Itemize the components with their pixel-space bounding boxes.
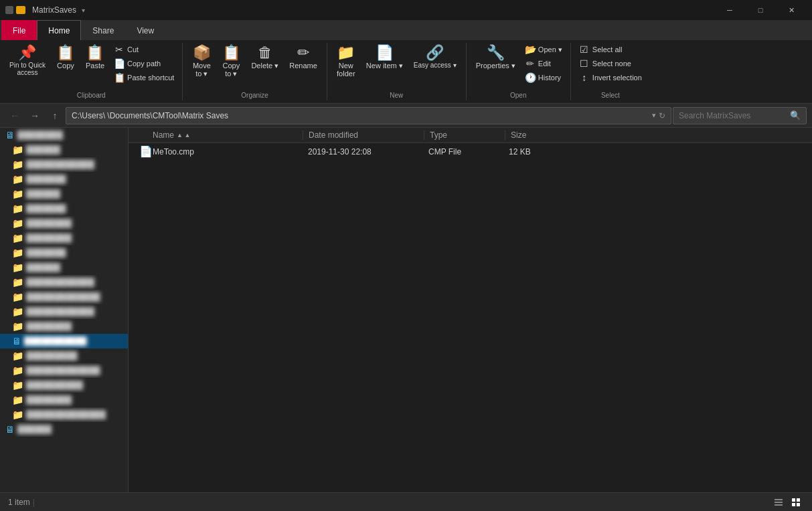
navigation-bar: ← → ↑ C:\Users\ \Documents\CMTool\Matrix… <box>0 104 812 128</box>
address-refresh-icon[interactable]: ↻ <box>659 111 665 120</box>
sidebar-item-2[interactable]: 📁 ██████ <box>0 142 128 157</box>
select-none-button[interactable]: ☐ Select none <box>576 57 645 70</box>
tab-view[interactable]: View <box>125 20 165 40</box>
sidebar-item-10[interactable]: 📁 ██████ <box>0 260 128 275</box>
sidebar-icon-2: 📁 <box>12 144 23 155</box>
col-name-header[interactable]: Name ▲ <box>129 130 303 140</box>
copy-button[interactable]: 📋 Copy <box>52 43 79 72</box>
properties-icon: 🔧 <box>487 45 505 60</box>
history-label: History <box>538 74 561 82</box>
delete-icon: 🗑 <box>258 45 272 60</box>
paste-shortcut-button[interactable]: 📋 Paste shortcut <box>111 71 177 84</box>
sidebar-label-8: ████████ <box>26 233 123 243</box>
sidebar-icon-17: 📁 <box>12 365 23 376</box>
sidebar-item-17[interactable]: 📁 █████████████ <box>0 363 128 378</box>
sidebar-item-12[interactable]: 📁 █████████████ <box>0 290 128 304</box>
sidebar-item-11[interactable]: 📁 ████████████ <box>0 275 128 290</box>
svg-rect-3 <box>792 498 795 502</box>
sort-arrow-icon: ▲ <box>177 132 190 138</box>
tab-file[interactable]: File <box>1 20 37 40</box>
sidebar-item-3[interactable]: 📁 ████████████ <box>0 157 128 172</box>
list-view-button[interactable] <box>770 495 787 510</box>
copy-to-button[interactable]: 📋 Copyto ▾ <box>218 43 244 81</box>
sidebar-item-15[interactable]: 🖥 ███████████ <box>0 334 128 348</box>
select-all-button[interactable]: ☑ Select all <box>576 43 645 56</box>
sidebar-label-5: ██████ <box>26 189 123 199</box>
address-bar[interactable]: C:\Users\ \Documents\CMTool\Matrix Saves… <box>66 107 671 124</box>
sidebar: 🖥 ████████ 📁 ██████ 📁 ████████████ 📁 ███… <box>0 128 129 492</box>
easy-access-button[interactable]: 🔗 Easy access ▾ <box>410 43 461 72</box>
sidebar-item-19[interactable]: 📁 ████████ <box>0 393 128 407</box>
history-button[interactable]: 🕐 History <box>522 71 565 84</box>
address-dropdown-icon[interactable]: ▾ <box>652 111 656 120</box>
pin-button[interactable]: 📌 Pin to Quickaccess <box>5 43 50 79</box>
up-button[interactable]: ↑ <box>46 106 64 125</box>
minimize-button[interactable]: ─ <box>714 0 745 20</box>
search-bar[interactable]: 🔍 <box>673 107 807 124</box>
ribbon-group-new: 📁 Newfolder 📄 New item ▾ 🔗 Easy access ▾… <box>327 43 467 100</box>
history-icon: 🕐 <box>525 72 536 83</box>
sidebar-label-19: ████████ <box>26 395 123 405</box>
sidebar-item-9[interactable]: 📁 ███████ <box>0 245 128 260</box>
sidebar-label-20: ██████████████ <box>26 410 123 419</box>
title-bar: MatrixSaves ▾ ─ □ ✕ <box>0 0 812 20</box>
paste-button[interactable]: 📋 Paste <box>82 43 108 72</box>
select-none-icon: ☐ <box>579 58 590 69</box>
tab-share[interactable]: Share <box>81 20 125 40</box>
properties-button[interactable]: 🔧 Properties ▾ <box>472 43 519 73</box>
cut-icon: ✂ <box>114 44 125 55</box>
sidebar-item-1[interactable]: 🖥 ████████ <box>0 128 128 142</box>
sidebar-item-16[interactable]: 📁 █████████ <box>0 348 128 363</box>
tile-view-button[interactable] <box>788 495 804 510</box>
invert-selection-button[interactable]: ↕ Invert selection <box>576 71 645 84</box>
move-to-label: Moveto ▾ <box>193 62 211 78</box>
sidebar-item-20[interactable]: 📁 ██████████████ <box>0 407 128 422</box>
sidebar-item-4[interactable]: 📁 ███████ <box>0 172 128 187</box>
sidebar-item-21[interactable]: 🖥 ██████ <box>0 422 128 437</box>
new-item-label: New item ▾ <box>366 62 403 70</box>
sidebar-item-5[interactable]: 📁 ██████ <box>0 187 128 201</box>
back-button[interactable]: ← <box>5 106 24 125</box>
sidebar-item-8[interactable]: 📁 ████████ <box>0 231 128 245</box>
move-to-button[interactable]: 📦 Moveto ▾ <box>188 43 215 81</box>
clipboard-content: 📌 Pin to Quickaccess 📋 Copy 📋 Paste ✂ Cu… <box>5 43 177 92</box>
copy-to-label: Copyto ▾ <box>223 62 240 78</box>
easy-access-label: Easy access ▾ <box>414 62 457 69</box>
sidebar-icon-6: 📁 <box>12 203 23 214</box>
cut-button[interactable]: ✂ Cut <box>111 43 177 56</box>
copy-path-button[interactable]: 📄 Copy path <box>111 57 177 70</box>
edit-button[interactable]: ✏ Edit <box>522 57 565 70</box>
sidebar-item-13[interactable]: 📁 ████████████ <box>0 304 128 319</box>
table-row[interactable]: 📄 MeToo.cmp 2019-11-30 22:08 CMP File 12… <box>129 143 812 160</box>
new-item-button[interactable]: 📄 New item ▾ <box>362 43 407 73</box>
window-controls: ─ □ ✕ <box>714 0 807 20</box>
open-button[interactable]: 📂 Open ▾ <box>522 43 565 56</box>
new-folder-button[interactable]: 📁 Newfolder <box>333 43 359 80</box>
edit-icon: ✏ <box>525 58 536 69</box>
invert-selection-icon: ↕ <box>579 72 590 83</box>
sidebar-item-14[interactable]: 📁 ████████ <box>0 319 128 334</box>
search-input[interactable] <box>679 111 787 120</box>
sidebar-label-13: ████████████ <box>26 307 123 316</box>
tab-home[interactable]: Home <box>37 20 81 40</box>
rename-icon: ✏ <box>297 45 309 60</box>
sidebar-label-14: ████████ <box>26 322 123 331</box>
copy-path-label: Copy path <box>127 60 161 68</box>
col-date-header[interactable]: Date modified <box>303 130 424 140</box>
sidebar-item-18[interactable]: 📁 ██████████ <box>0 378 128 393</box>
delete-button[interactable]: 🗑 Delete ▾ <box>247 43 282 73</box>
rename-button[interactable]: ✏ Rename <box>285 43 321 72</box>
svg-rect-2 <box>775 504 783 506</box>
maximize-button[interactable]: □ <box>745 0 776 20</box>
svg-rect-4 <box>797 498 800 502</box>
sidebar-item-7[interactable]: 📁 ████████ <box>0 216 128 231</box>
forward-button[interactable]: → <box>25 106 44 125</box>
new-folder-label: Newfolder <box>337 62 355 78</box>
sidebar-item-6[interactable]: 📁 ███████ <box>0 201 128 216</box>
col-size-header[interactable]: Size <box>505 130 572 140</box>
sidebar-label-6: ███████ <box>26 204 123 213</box>
close-button[interactable]: ✕ <box>776 0 807 20</box>
col-type-header[interactable]: Type <box>424 130 505 140</box>
sidebar-icon-5: 📁 <box>12 189 23 199</box>
new-folder-icon: 📁 <box>337 45 355 60</box>
